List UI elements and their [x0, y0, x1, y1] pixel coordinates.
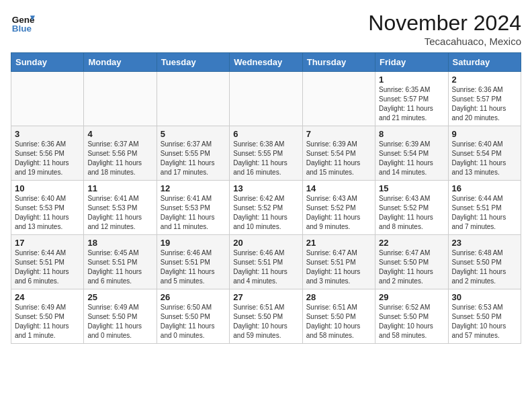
calendar-day-3: 3Sunrise: 6:36 AM Sunset: 5:56 PM Daylig… — [11, 126, 84, 181]
page-header: General Blue November 2024 Tecacahuaco, … — [11, 11, 521, 47]
calendar-week-row: 1Sunrise: 6:35 AM Sunset: 5:57 PM Daylig… — [11, 72, 521, 126]
calendar-empty-cell — [157, 72, 229, 126]
calendar-empty-cell — [84, 72, 157, 126]
day-info: Sunrise: 6:38 AM Sunset: 5:55 PM Dayligh… — [233, 140, 298, 177]
calendar-day-26: 26Sunrise: 6:50 AM Sunset: 5:50 PM Dayli… — [157, 289, 229, 344]
calendar-day-29: 29Sunrise: 6:52 AM Sunset: 5:50 PM Dayli… — [375, 289, 448, 344]
day-info: Sunrise: 6:53 AM Sunset: 5:50 PM Dayligh… — [452, 303, 517, 340]
day-number: 6 — [233, 129, 298, 139]
day-number: 9 — [452, 129, 517, 139]
calendar-week-row: 17Sunrise: 6:44 AM Sunset: 5:51 PM Dayli… — [11, 235, 521, 289]
calendar-empty-cell — [230, 72, 302, 126]
day-info: Sunrise: 6:52 AM Sunset: 5:50 PM Dayligh… — [379, 303, 444, 340]
day-number: 27 — [233, 292, 298, 302]
day-number: 1 — [379, 75, 444, 85]
day-info: Sunrise: 6:47 AM Sunset: 5:51 PM Dayligh… — [306, 248, 371, 286]
calendar-day-20: 20Sunrise: 6:46 AM Sunset: 5:51 PM Dayli… — [230, 235, 302, 289]
calendar-week-row: 10Sunrise: 6:40 AM Sunset: 5:53 PM Dayli… — [11, 181, 521, 235]
day-info: Sunrise: 6:41 AM Sunset: 5:53 PM Dayligh… — [87, 194, 152, 232]
weekday-header-wednesday: Wednesday — [230, 53, 302, 72]
day-number: 25 — [87, 292, 152, 302]
calendar-day-22: 22Sunrise: 6:47 AM Sunset: 5:50 PM Dayli… — [375, 235, 448, 289]
calendar-day-17: 17Sunrise: 6:44 AM Sunset: 5:51 PM Dayli… — [11, 235, 84, 289]
day-info: Sunrise: 6:40 AM Sunset: 5:54 PM Dayligh… — [452, 140, 517, 177]
weekday-header-monday: Monday — [84, 53, 157, 72]
day-info: Sunrise: 6:49 AM Sunset: 5:50 PM Dayligh… — [87, 303, 152, 340]
day-info: Sunrise: 6:37 AM Sunset: 5:56 PM Dayligh… — [87, 140, 152, 177]
day-info: Sunrise: 6:43 AM Sunset: 5:52 PM Dayligh… — [379, 194, 444, 232]
weekday-header-saturday: Saturday — [448, 53, 521, 72]
day-info: Sunrise: 6:45 AM Sunset: 5:51 PM Dayligh… — [87, 248, 152, 286]
day-info: Sunrise: 6:51 AM Sunset: 5:50 PM Dayligh… — [233, 303, 298, 340]
calendar-day-10: 10Sunrise: 6:40 AM Sunset: 5:53 PM Dayli… — [11, 181, 84, 235]
calendar-day-7: 7Sunrise: 6:39 AM Sunset: 5:54 PM Daylig… — [302, 126, 375, 181]
day-info: Sunrise: 6:44 AM Sunset: 5:51 PM Dayligh… — [452, 194, 517, 232]
day-number: 10 — [15, 183, 80, 193]
calendar-empty-cell — [11, 72, 84, 126]
svg-text:Blue: Blue — [12, 24, 32, 34]
weekday-header-sunday: Sunday — [11, 53, 84, 72]
calendar-day-16: 16Sunrise: 6:44 AM Sunset: 5:51 PM Dayli… — [448, 181, 521, 235]
logo-icon: General Blue — [11, 11, 35, 35]
day-info: Sunrise: 6:44 AM Sunset: 5:51 PM Dayligh… — [15, 248, 80, 286]
calendar-week-row: 3Sunrise: 6:36 AM Sunset: 5:56 PM Daylig… — [11, 126, 521, 181]
day-info: Sunrise: 6:40 AM Sunset: 5:53 PM Dayligh… — [15, 194, 80, 232]
day-info: Sunrise: 6:42 AM Sunset: 5:52 PM Dayligh… — [233, 194, 298, 232]
day-info: Sunrise: 6:39 AM Sunset: 5:54 PM Dayligh… — [306, 140, 371, 177]
day-number: 30 — [452, 292, 517, 302]
day-info: Sunrise: 6:46 AM Sunset: 5:51 PM Dayligh… — [233, 248, 298, 286]
day-number: 14 — [306, 183, 371, 193]
location-title: Tecacahuaco, Mexico — [368, 36, 521, 47]
day-number: 11 — [87, 183, 152, 193]
calendar-day-30: 30Sunrise: 6:53 AM Sunset: 5:50 PM Dayli… — [448, 289, 521, 344]
day-number: 8 — [379, 129, 444, 139]
weekday-header-friday: Friday — [375, 53, 448, 72]
day-number: 16 — [452, 183, 517, 193]
day-number: 5 — [161, 129, 226, 139]
day-number: 29 — [379, 292, 444, 302]
day-info: Sunrise: 6:51 AM Sunset: 5:50 PM Dayligh… — [306, 303, 371, 340]
calendar-day-25: 25Sunrise: 6:49 AM Sunset: 5:50 PM Dayli… — [84, 289, 157, 344]
calendar-table: SundayMondayTuesdayWednesdayThursdayFrid… — [11, 52, 521, 344]
day-number: 12 — [161, 183, 226, 193]
day-number: 21 — [306, 238, 371, 248]
calendar-day-11: 11Sunrise: 6:41 AM Sunset: 5:53 PM Dayli… — [84, 181, 157, 235]
calendar-day-23: 23Sunrise: 6:48 AM Sunset: 5:50 PM Dayli… — [448, 235, 521, 289]
title-block: November 2024 Tecacahuaco, Mexico — [368, 11, 521, 47]
day-number: 18 — [87, 238, 152, 248]
day-number: 24 — [15, 292, 80, 302]
day-number: 7 — [306, 129, 371, 139]
day-number: 3 — [15, 129, 80, 139]
calendar-day-21: 21Sunrise: 6:47 AM Sunset: 5:51 PM Dayli… — [302, 235, 375, 289]
day-info: Sunrise: 6:41 AM Sunset: 5:53 PM Dayligh… — [161, 194, 226, 232]
calendar-day-15: 15Sunrise: 6:43 AM Sunset: 5:52 PM Dayli… — [375, 181, 448, 235]
day-info: Sunrise: 6:36 AM Sunset: 5:57 PM Dayligh… — [452, 85, 517, 123]
day-number: 28 — [306, 292, 371, 302]
calendar-day-28: 28Sunrise: 6:51 AM Sunset: 5:50 PM Dayli… — [302, 289, 375, 344]
calendar-day-13: 13Sunrise: 6:42 AM Sunset: 5:52 PM Dayli… — [230, 181, 302, 235]
day-number: 2 — [452, 75, 517, 85]
day-info: Sunrise: 6:35 AM Sunset: 5:57 PM Dayligh… — [379, 85, 444, 123]
calendar-day-6: 6Sunrise: 6:38 AM Sunset: 5:55 PM Daylig… — [230, 126, 302, 181]
day-info: Sunrise: 6:39 AM Sunset: 5:54 PM Dayligh… — [379, 140, 444, 177]
day-number: 20 — [233, 238, 298, 248]
calendar-day-2: 2Sunrise: 6:36 AM Sunset: 5:57 PM Daylig… — [448, 72, 521, 126]
calendar-day-19: 19Sunrise: 6:46 AM Sunset: 5:51 PM Dayli… — [157, 235, 229, 289]
calendar-day-12: 12Sunrise: 6:41 AM Sunset: 5:53 PM Dayli… — [157, 181, 229, 235]
logo: General Blue — [11, 11, 35, 35]
weekday-header-thursday: Thursday — [302, 53, 375, 72]
month-title: November 2024 — [368, 11, 521, 36]
day-number: 15 — [379, 183, 444, 193]
day-info: Sunrise: 6:36 AM Sunset: 5:56 PM Dayligh… — [15, 140, 80, 177]
weekday-header-tuesday: Tuesday — [157, 53, 229, 72]
calendar-day-24: 24Sunrise: 6:49 AM Sunset: 5:50 PM Dayli… — [11, 289, 84, 344]
day-number: 4 — [87, 129, 152, 139]
calendar-day-8: 8Sunrise: 6:39 AM Sunset: 5:54 PM Daylig… — [375, 126, 448, 181]
calendar-week-row: 24Sunrise: 6:49 AM Sunset: 5:50 PM Dayli… — [11, 289, 521, 344]
day-number: 19 — [161, 238, 226, 248]
calendar-day-9: 9Sunrise: 6:40 AM Sunset: 5:54 PM Daylig… — [448, 126, 521, 181]
day-number: 22 — [379, 238, 444, 248]
day-info: Sunrise: 6:47 AM Sunset: 5:50 PM Dayligh… — [379, 248, 444, 286]
day-number: 23 — [452, 238, 517, 248]
calendar-day-1: 1Sunrise: 6:35 AM Sunset: 5:57 PM Daylig… — [375, 72, 448, 126]
